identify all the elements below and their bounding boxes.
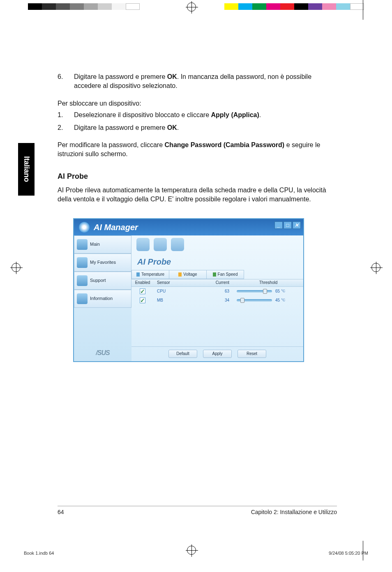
table-header: Enabled Sensor Current Threshold (131, 279, 303, 287)
language-tab: Italiano (18, 143, 35, 196)
meta-filename: Book 1.indb 64 (24, 551, 54, 556)
sidebar-item-support[interactable]: Support (74, 272, 131, 290)
col-enabled: Enabled (131, 280, 154, 286)
tab-label: Fan Speed (218, 272, 238, 277)
tab-voltage[interactable]: Voltage (169, 270, 207, 279)
col-threshold: Threshold (233, 280, 303, 286)
slider-thumb[interactable] (240, 298, 244, 303)
threshold-slider[interactable] (237, 290, 272, 293)
col-sensor: Sensor (154, 280, 199, 286)
window-titlebar: AI Manager _ □ ✕ (74, 219, 303, 235)
threshold-value: 65 (275, 288, 280, 294)
registration-mark-icon (371, 263, 380, 272)
page-content: 6. Digitare la password e premere OK. In… (58, 71, 337, 362)
step-text: Digitare la password e premere OK. (74, 123, 179, 132)
window-title: AI Manager (94, 221, 138, 233)
tab-fanspeed[interactable]: Fan Speed (206, 270, 244, 279)
sensor-name: CPU (154, 288, 199, 294)
step-text: Deselezionare il dispositivo bloccato e … (74, 111, 261, 120)
sidebar-item-label: Support (90, 277, 106, 284)
sidebar-item-main[interactable]: Main (74, 235, 131, 254)
brand-logo: /SUS (74, 345, 131, 361)
apply-button[interactable]: Apply (203, 350, 232, 358)
ai-manager-screenshot: AI Manager _ □ ✕ Main My Favorites Suppo… (73, 218, 304, 362)
sidebar-item-label: Main (90, 241, 100, 247)
tab-label: Voltage (183, 272, 197, 277)
panel-title: AI Probe (131, 254, 303, 270)
maximize-button[interactable]: □ (284, 221, 292, 229)
threshold-value: 45 (275, 298, 280, 303)
default-button[interactable]: Default (168, 350, 197, 358)
tabs-row: Temperature Voltage Fan Speed (131, 270, 303, 279)
thermometer-icon (136, 272, 140, 277)
print-color-bar (0, 3, 392, 12)
toolbar (131, 235, 303, 254)
sensor-name: MB (154, 298, 199, 303)
unblock-step-1: 1. Deselezionare il dispositivo bloccato… (58, 111, 337, 120)
support-icon (77, 275, 88, 286)
unblock-step-2: 2. Digitare la password e premere OK. (58, 123, 337, 132)
sidebar-item-label: My Favorites (90, 259, 116, 265)
minimize-button[interactable]: _ (274, 221, 283, 229)
reset-button[interactable]: Reset (238, 350, 266, 358)
table-row: CPU6365°C (131, 287, 303, 296)
current-value: 34 (199, 298, 233, 303)
crop-line-top (363, 0, 363, 20)
app-logo-icon (79, 222, 90, 233)
bolt-icon (178, 272, 182, 277)
print-meta-footer: Book 1.indb 64 9/24/08 5:05:20 PM (24, 551, 368, 556)
favorites-icon (77, 257, 88, 268)
information-icon (77, 293, 88, 304)
change-password-para: Per modificare la password, cliccare Cha… (58, 141, 337, 159)
step-number: 6. (58, 72, 74, 91)
threshold-slider[interactable] (237, 299, 272, 302)
step-text: Digitare la password e premere OK. In ma… (74, 72, 337, 91)
enabled-checkbox[interactable] (140, 298, 145, 303)
chapter-title: Capitolo 2: Installazione e Utilizzo (251, 509, 337, 515)
section-paragraph: AI Probe rileva automaticamente la tempe… (58, 186, 337, 204)
registration-mark-icon (12, 263, 21, 272)
sensor-table: Enabled Sensor Current Threshold CPU6365… (131, 279, 303, 346)
page-footer: 64 Capitolo 2: Installazione e Utilizzo (58, 506, 337, 515)
table-row: MB3445°C (131, 296, 303, 305)
step-6: 6. Digitare la password e premere OK. In… (58, 72, 337, 91)
step-number: 2. (58, 123, 74, 132)
tool-icon-3[interactable] (171, 238, 184, 251)
col-current: Current (199, 280, 233, 286)
sidebar: Main My Favorites Support Information /S… (74, 235, 131, 361)
tab-temperature[interactable]: Temperature (131, 270, 169, 279)
unblock-intro: Per sbloccare un dispositivo: (58, 99, 337, 108)
unit-label: °C (281, 288, 285, 294)
sidebar-item-label: Information (90, 295, 113, 302)
slider-thumb[interactable] (263, 289, 267, 294)
tool-icon-1[interactable] (136, 238, 150, 251)
section-title: AI Probe (58, 171, 337, 182)
enabled-checkbox[interactable] (140, 288, 145, 294)
registration-mark-icon (187, 2, 196, 12)
page-number: 64 (58, 509, 64, 515)
step-number: 1. (58, 111, 74, 120)
meta-timestamp: 9/24/08 5:05:20 PM (329, 551, 368, 556)
tool-icon-2[interactable] (154, 238, 167, 251)
tab-label: Temperature (141, 272, 164, 277)
sidebar-item-favorites[interactable]: My Favorites (74, 254, 131, 272)
fan-icon (213, 272, 216, 277)
sidebar-item-information[interactable]: Information (74, 290, 131, 308)
unit-label: °C (281, 298, 285, 303)
current-value: 63 (199, 288, 233, 294)
main-panel: AI Probe Temperature Voltage Fan Speed E… (131, 235, 303, 361)
close-button[interactable]: ✕ (293, 221, 301, 229)
button-row: Default Apply Reset (131, 346, 303, 361)
main-icon (77, 239, 88, 250)
